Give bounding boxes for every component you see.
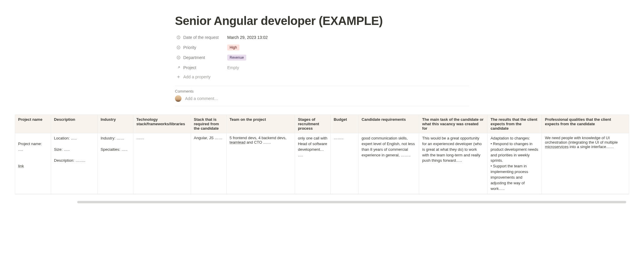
scroll-thumb[interactable]: [77, 201, 626, 203]
svg-point-2: [177, 56, 180, 59]
page-horizontal-scrollbar[interactable]: [15, 200, 629, 204]
cell-text: Project name: ….: [18, 142, 42, 152]
col-header-results[interactable]: The results that the client expects from…: [487, 115, 542, 133]
relation-icon: [176, 65, 181, 70]
property-value-priority[interactable]: High: [225, 44, 469, 51]
cell-description[interactable]: Location: ….. Size: ….. Description: …….…: [51, 133, 97, 194]
cell-stages[interactable]: only one call with Head of software deve…: [295, 133, 330, 194]
cell-industry[interactable]: Industry: …… Specialties: …..: [97, 133, 133, 194]
property-row-department: Department Revenue: [175, 53, 469, 63]
microservices-text: microservices: [545, 145, 568, 149]
col-header-main-task[interactable]: The main task of the candidate or what t…: [419, 115, 487, 133]
add-property-label: Add a property: [183, 74, 211, 79]
property-label-text: Date of the request: [183, 35, 219, 40]
col-header-project-name[interactable]: Project name: [15, 115, 51, 133]
cell-stack[interactable]: Angular, JS ……: [191, 133, 226, 194]
add-property-button[interactable]: Add a property: [175, 73, 469, 80]
cell-results[interactable]: Adaptation to changes: • Respond to chan…: [487, 133, 542, 194]
cell-professional-qualities[interactable]: We need people with knowledge of UI orch…: [542, 133, 629, 194]
comments-section: Comments: [175, 86, 469, 106]
col-header-team[interactable]: Team on the project: [226, 115, 295, 133]
col-header-technology[interactable]: Technology stack/frameworks/libraries: [133, 115, 191, 133]
comment-input-row: [175, 95, 469, 106]
clock-icon: [176, 35, 181, 40]
property-label-department[interactable]: Department: [175, 55, 225, 61]
property-value-date[interactable]: March 29, 2023 13:02: [225, 34, 469, 40]
cell-text: We need people with knowledge of UI orch…: [545, 136, 618, 145]
property-row-project: Project Empty: [175, 63, 469, 73]
cell-project-name[interactable]: Project name: …. link: [15, 133, 51, 194]
col-header-budget[interactable]: Budget: [331, 115, 359, 133]
col-header-candidate-requirements[interactable]: Candidate requirements: [359, 115, 419, 133]
comment-input[interactable]: [184, 96, 469, 101]
col-header-stages[interactable]: Stages of recruitment process: [295, 115, 330, 133]
property-label-text: Priority: [183, 45, 196, 50]
project-link[interactable]: link: [18, 164, 24, 168]
property-label-project[interactable]: Project: [175, 65, 225, 71]
col-header-description[interactable]: Description: [51, 115, 97, 133]
database-scroll[interactable]: Project name Description Industry Techno…: [15, 115, 629, 194]
plus-icon: [176, 74, 181, 79]
cell-technology[interactable]: ……: [133, 133, 191, 194]
select-icon: [176, 45, 181, 50]
cell-text: into a single interface……: [569, 145, 614, 149]
table-row[interactable]: Project name: …. link Location: ….. Size…: [15, 133, 629, 194]
property-row-priority: Priority High: [175, 42, 469, 53]
cell-budget[interactable]: ……..: [331, 133, 359, 194]
cell-text: 5 frontend devs, 4 backend devs,: [230, 136, 287, 140]
teamlead-link: teamlead: [230, 140, 245, 145]
database-table: Project name Description Industry Techno…: [15, 115, 629, 194]
database-table-wrap: Project name Description Industry Techno…: [0, 115, 644, 194]
priority-tag: High: [227, 45, 239, 50]
col-header-professional-qualities[interactable]: Professional qualities that the client e…: [542, 115, 629, 133]
property-value-department[interactable]: Revenue: [225, 54, 469, 61]
department-tag: Revenue: [227, 55, 246, 61]
select-icon: [176, 55, 181, 60]
property-value-project[interactable]: Empty: [225, 65, 469, 71]
cell-team[interactable]: 5 frontend devs, 4 backend devs, teamlea…: [226, 133, 295, 194]
comments-heading: Comments: [175, 89, 469, 93]
svg-point-1: [177, 46, 180, 49]
col-header-industry[interactable]: Industry: [97, 115, 133, 133]
cell-text: and CTO ……: [245, 140, 271, 145]
table-header-row: Project name Description Industry Techno…: [15, 115, 629, 133]
property-label-priority[interactable]: Priority: [175, 45, 225, 50]
property-row-date: Date of the request March 29, 2023 13:02: [175, 32, 469, 42]
cell-main-task[interactable]: This would be a great opportunity for an…: [419, 133, 487, 194]
cell-candidate-requirements[interactable]: good communication skills, expert level …: [359, 133, 419, 194]
property-label-text: Project: [183, 65, 196, 70]
page-title: Senior Angular developer (EXAMPLE): [175, 14, 469, 28]
property-label-text: Department: [183, 55, 205, 60]
col-header-stack[interactable]: Stack that is required from the candidat…: [191, 115, 226, 133]
avatar: [175, 95, 181, 102]
property-label-date[interactable]: Date of the request: [175, 34, 225, 40]
